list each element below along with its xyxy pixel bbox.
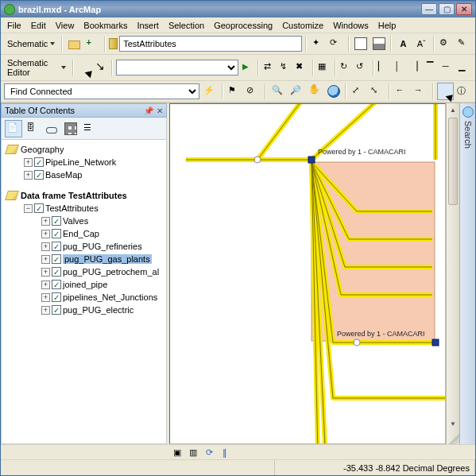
trace-run-button[interactable]: ⚡ — [201, 83, 218, 100]
layer-electric[interactable]: +✓pug_PUG_electric — [41, 304, 164, 316]
list-by-source-button[interactable]: 🗄 — [24, 120, 41, 137]
layer-testattributes[interactable]: −✓TestAttributes — [24, 202, 164, 215]
expand-icon[interactable]: + — [41, 281, 50, 289]
expand-icon[interactable]: + — [41, 268, 50, 277]
run-layout-button[interactable] — [240, 59, 254, 76]
editor-select-button[interactable] — [77, 59, 91, 76]
menu-edit[interactable]: Edit — [31, 21, 46, 30]
list-by-selection-button[interactable] — [62, 120, 79, 137]
options-button[interactable]: ☰ — [81, 120, 99, 137]
editor-btn-6[interactable]: ↺ — [355, 59, 370, 76]
checkbox[interactable]: ✓ — [52, 267, 61, 277]
checkbox[interactable]: ✓ — [52, 229, 61, 238]
editor-move-button[interactable] — [93, 59, 107, 76]
checkbox[interactable]: ✓ — [52, 216, 61, 226]
menu-geoprocessing[interactable]: Geoprocessing — [214, 21, 273, 30]
menu-customize[interactable]: Customize — [282, 21, 323, 30]
expand-icon[interactable]: + — [41, 293, 50, 302]
layer-pipeline-network[interactable]: +✓PipeLine_Network — [24, 156, 164, 168]
full-extent-button[interactable] — [325, 83, 342, 100]
schematic-menu[interactable]: Schematic — [4, 37, 58, 50]
expand-icon[interactable]: + — [41, 306, 50, 315]
layer-net-junctions[interactable]: +✓pipelines_Net_Junctions — [41, 291, 164, 304]
menu-bookmarks[interactable]: Bookmarks — [83, 21, 127, 30]
layer-basemap[interactable]: +✓BaseMap — [24, 168, 164, 181]
schematic-editor-menu[interactable]: Schematic Editor — [4, 56, 69, 79]
editor-btn-1[interactable]: ⇄ — [262, 59, 277, 76]
layer-end-cap[interactable]: +✓End_Cap — [41, 227, 164, 240]
layer-refineries[interactable]: +✓pug_PUG_refineries — [41, 240, 164, 253]
barrier-button[interactable]: ⊘ — [245, 83, 261, 100]
flag-button[interactable]: ⚑ — [226, 83, 243, 100]
prev-extent-button[interactable]: ← — [393, 83, 410, 100]
generate-button[interactable]: ✦ — [310, 35, 327, 52]
sync-button[interactable]: ⟳ — [328, 35, 345, 52]
layer-petrochem[interactable]: +✓pug_PUG_petrochem_al — [41, 265, 164, 278]
expand-icon[interactable]: + — [41, 230, 50, 238]
menu-selection[interactable]: Selection — [168, 21, 204, 30]
checkbox[interactable]: ✓ — [34, 157, 44, 167]
zoom-in-fixed-button[interactable]: ⤢ — [350, 83, 366, 100]
data-frame-testattributes[interactable]: Data frame TestAttributes — [6, 189, 164, 202]
editor-btn-5[interactable]: ↻ — [339, 59, 354, 76]
layout-view-button[interactable]: ▥ — [188, 447, 199, 458]
menu-help[interactable]: Help — [378, 21, 397, 30]
data-frame-geography[interactable]: Geography — [6, 143, 164, 156]
layer-joined-pipe[interactable]: +✓joined_pipe — [41, 278, 164, 291]
schematic-dataset-field[interactable]: TestAttributes — [119, 36, 302, 52]
map-canvas[interactable]: Powered by 1 - CAMACARI Powered by 1 - C… — [169, 103, 446, 444]
layer-gas-plants[interactable]: +✓pug_PUG_gas_plants — [41, 253, 164, 265]
layout-2-button[interactable] — [370, 35, 387, 52]
checkbox[interactable]: ✓ — [52, 305, 61, 315]
editor-btn-3[interactable]: ✖ — [295, 59, 309, 76]
zoom-out-button[interactable]: 🔎 — [288, 83, 304, 100]
select-elements-button[interactable] — [437, 83, 454, 100]
checkbox[interactable]: ✓ — [34, 203, 44, 213]
align-middle-button[interactable]: ─ — [442, 59, 456, 76]
align-right-button[interactable]: ▕ — [409, 59, 424, 76]
align-bottom-button[interactable]: ▁ — [458, 59, 472, 76]
layer-valves[interactable]: +✓Valves — [41, 215, 164, 227]
checkbox[interactable]: ✓ — [52, 280, 61, 289]
expand-icon[interactable]: + — [41, 217, 50, 226]
titlebar[interactable]: brazil.mxd - ArcMap — ▢ ✕ — [1, 1, 475, 17]
expand-icon[interactable]: + — [24, 158, 33, 167]
editor-btn-4[interactable]: ▦ — [317, 59, 331, 76]
scroll-up-icon[interactable]: ▲ — [447, 103, 459, 117]
pause-draw-button[interactable]: ‖ — [219, 447, 230, 458]
minimize-button[interactable]: — — [421, 3, 437, 15]
checkbox[interactable]: ✓ — [52, 292, 61, 302]
trace-task-select[interactable]: Find Connected — [4, 83, 199, 99]
align-center-button[interactable]: │ — [393, 59, 408, 76]
editor-btn-2[interactable]: ↯ — [279, 59, 293, 76]
zoom-out-fixed-button[interactable]: ⤡ — [369, 83, 385, 100]
menu-insert[interactable]: Insert — [137, 21, 159, 30]
list-by-visibility-button[interactable] — [43, 120, 60, 137]
expand-icon[interactable]: + — [41, 242, 50, 251]
collapse-icon[interactable]: − — [24, 204, 33, 213]
tool-misc1-button[interactable]: ⚙ — [438, 35, 455, 52]
data-view-button[interactable]: ▣ — [172, 447, 183, 458]
size-grip[interactable] — [446, 431, 459, 444]
scroll-thumb[interactable] — [448, 118, 458, 205]
new-diagram-button[interactable]: + — [84, 35, 101, 52]
scroll-down-icon[interactable]: ▼ — [447, 417, 459, 431]
font-bigger-button[interactable]: A — [395, 35, 412, 52]
menu-windows[interactable]: Windows — [333, 21, 369, 30]
identify-button[interactable]: ⓘ — [455, 83, 472, 100]
side-by-side-button[interactable] — [353, 35, 370, 52]
maximize-button[interactable]: ▢ — [439, 3, 455, 15]
search-tab[interactable]: Search — [459, 103, 475, 444]
close-button[interactable]: ✕ — [456, 3, 472, 15]
map-scrollbar-vertical[interactable]: ▲ ▼ — [446, 103, 459, 444]
toc-close-icon[interactable]: ✕ — [157, 106, 163, 115]
align-left-button[interactable]: ▏ — [377, 59, 392, 76]
pan-button[interactable] — [307, 83, 323, 100]
layout-task-select[interactable] — [116, 60, 239, 75]
expand-icon[interactable]: + — [24, 171, 33, 180]
checkbox[interactable]: ✓ — [34, 170, 44, 180]
tool-misc2-button[interactable]: ✎ — [455, 35, 472, 52]
next-extent-button[interactable]: → — [412, 83, 428, 100]
menu-file[interactable]: File — [7, 21, 21, 30]
pin-icon[interactable]: 📌 — [144, 106, 153, 115]
